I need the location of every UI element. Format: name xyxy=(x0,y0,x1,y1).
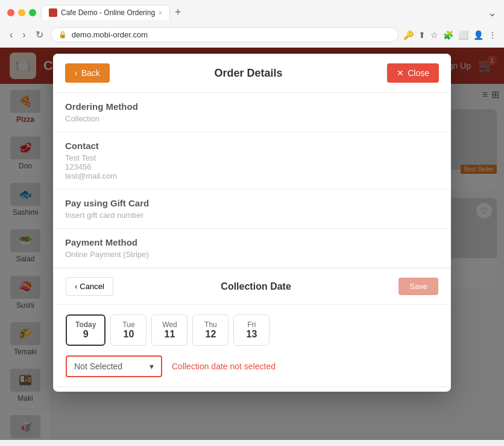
date-button-fri[interactable]: Fri 13 xyxy=(233,314,269,346)
tab-favicon xyxy=(49,8,57,17)
contact-phone: 123456 xyxy=(65,162,439,171)
contact-email: test@mail.com xyxy=(65,171,439,180)
date-button-wed[interactable]: Wed 11 xyxy=(151,314,187,346)
dot-red[interactable] xyxy=(7,9,14,16)
date-num-today: 9 xyxy=(75,329,96,340)
modal-header: ‹ Back Order Details ✕ Close xyxy=(53,54,451,93)
profile-icon[interactable]: 👤 xyxy=(473,30,484,40)
dot-yellow[interactable] xyxy=(18,9,25,16)
bookmark-icon[interactable]: ☆ xyxy=(430,30,438,40)
modal-title: Order Details xyxy=(214,67,282,80)
browser-chrome: Cafe Demo - Online Ordering × + ⌄ ‹ › ↻ … xyxy=(0,0,504,48)
extensions-icon[interactable]: 🧩 xyxy=(443,30,453,40)
date-num-fri: 13 xyxy=(242,329,260,340)
browser-dots xyxy=(7,9,36,16)
date-day-tue: Tue xyxy=(119,320,137,329)
payment-label: Payment Method xyxy=(65,237,439,247)
forward-nav-button[interactable]: › xyxy=(20,28,28,42)
date-num-wed: 11 xyxy=(160,329,178,340)
modal-close-button[interactable]: ✕ Close xyxy=(387,63,439,83)
contact-label: Contact xyxy=(65,141,439,151)
date-day-fri: Fri xyxy=(242,320,260,329)
tab-view-icon[interactable]: ⬜ xyxy=(458,30,468,40)
gift-card-placeholder: Insert gift card number xyxy=(65,211,439,220)
back-arrow-icon: ‹ xyxy=(75,68,78,78)
tab-close-icon[interactable]: × xyxy=(159,10,162,16)
contact-section: Contact Test Test 123456 test@mail.com xyxy=(53,132,451,190)
back-label: Back xyxy=(81,68,100,78)
contact-name: Test Test xyxy=(65,153,439,162)
close-label: Close xyxy=(408,68,429,78)
tab-title: Cafe Demo - Online Ordering xyxy=(61,8,155,17)
ordering-method-value: Collection xyxy=(65,114,439,123)
cancel-label: Cancel xyxy=(80,282,104,291)
payment-value: Online Payment (Stripe) xyxy=(65,250,439,259)
collection-cancel-button[interactable]: ‹ Cancel xyxy=(66,277,113,296)
payment-section: Payment Method Online Payment (Stripe) xyxy=(53,229,451,268)
page-background: 🍽️ Ca gn Up 🛒 1 🍕 Pizza 🥩 Don 🐟 Sashimi … xyxy=(0,48,504,440)
browser-actions: 🔑 ⬆ ☆ 🧩 ⬜ 👤 ⋮ xyxy=(403,30,497,40)
collection-date-title: Collection Date xyxy=(221,281,291,292)
collection-error-text: Collection date not selected xyxy=(172,362,276,371)
time-selector-row: Not Selected ▾ Collection date not selec… xyxy=(54,351,450,387)
tab-bar: Cafe Demo - Online Ordering × + xyxy=(41,5,483,20)
time-select[interactable]: Not Selected ▾ xyxy=(66,355,162,377)
collection-header: ‹ Cancel Collection Date Save xyxy=(54,269,450,305)
dot-green[interactable] xyxy=(29,9,36,16)
date-day-today: Today xyxy=(75,320,96,329)
lock-icon: 🔒 xyxy=(58,31,67,39)
browser-titlebar: Cafe Demo - Online Ordering × + ⌄ xyxy=(0,0,504,25)
close-x-icon: ✕ xyxy=(397,68,404,78)
url-text: demo.mobi-order.com xyxy=(72,30,148,39)
date-day-wed: Wed xyxy=(160,320,178,329)
ordering-method-label: Ordering Method xyxy=(65,101,439,112)
back-nav-button[interactable]: ‹ xyxy=(7,28,15,42)
date-num-thu: 12 xyxy=(201,329,219,340)
reload-button[interactable]: ↻ xyxy=(33,28,46,42)
modal-back-button[interactable]: ‹ Back xyxy=(65,63,110,83)
date-button-thu[interactable]: Thu 12 xyxy=(192,314,228,346)
time-chevron-icon: ▾ xyxy=(150,362,154,371)
date-day-thu: Thu xyxy=(201,320,219,329)
collection-date-section: ‹ Cancel Collection Date Save Today 9 xyxy=(53,268,451,387)
time-select-value: Not Selected xyxy=(74,362,122,371)
order-details-modal: ‹ Back Order Details ✕ Close Ordering Me… xyxy=(53,54,451,392)
active-tab[interactable]: Cafe Demo - Online Ordering × xyxy=(41,5,170,20)
date-button-today[interactable]: Today 9 xyxy=(66,314,106,346)
browser-nav: ‹ › ↻ 🔒 demo.mobi-order.com 🔑 ⬆ ☆ 🧩 ⬜ 👤 … xyxy=(0,25,504,47)
date-num-tue: 10 xyxy=(119,329,137,340)
ordering-method-section: Ordering Method Collection xyxy=(53,93,451,132)
window-controls: ⌄ xyxy=(488,6,497,19)
share-icon[interactable]: ⬆ xyxy=(418,30,426,40)
save-button[interactable]: Save xyxy=(398,278,438,295)
modal-body: Ordering Method Collection Contact Test … xyxy=(53,93,451,392)
menu-icon[interactable]: ⋮ xyxy=(488,30,497,40)
date-button-tue[interactable]: Tue 10 xyxy=(110,314,146,346)
address-bar[interactable]: 🔒 demo.mobi-order.com xyxy=(51,27,398,42)
new-tab-button[interactable]: + xyxy=(172,6,184,19)
gift-card-section: Pay using Gift Card Insert gift card num… xyxy=(53,190,451,229)
key-icon[interactable]: 🔑 xyxy=(403,30,414,40)
tips-section: Tips Select tips amount xyxy=(53,387,451,392)
cancel-arrow-icon: ‹ xyxy=(75,282,77,291)
modal-overlay: ‹ Back Order Details ✕ Close Ordering Me… xyxy=(0,48,504,440)
gift-card-label: Pay using Gift Card xyxy=(65,198,439,208)
date-picker: Today 9 Tue 10 Wed 11 Thu xyxy=(54,305,450,351)
